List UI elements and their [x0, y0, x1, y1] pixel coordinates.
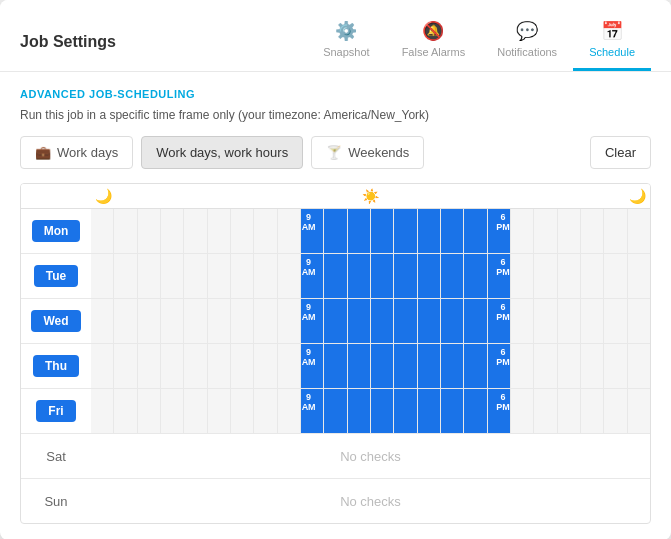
hour-cell-21[interactable] — [581, 389, 604, 433]
day-badge-tue[interactable]: Tue — [34, 265, 78, 287]
hour-cell-19[interactable] — [534, 254, 557, 298]
day-badge-thu[interactable]: Thu — [33, 355, 79, 377]
hour-cell-12[interactable] — [371, 254, 394, 298]
hour-cell-12[interactable] — [371, 344, 394, 388]
hour-cell-2[interactable] — [138, 299, 161, 343]
hour-cell-12[interactable] — [371, 209, 394, 253]
hour-cell-0[interactable] — [91, 209, 114, 253]
hour-cell-7[interactable] — [254, 389, 277, 433]
day-badge-mon[interactable]: Mon — [32, 220, 81, 242]
hour-cell-18[interactable] — [511, 389, 534, 433]
hour-cell-5[interactable] — [208, 209, 231, 253]
tab-snapshot[interactable]: ⚙️ Snapshot — [307, 12, 385, 71]
hour-cell-14[interactable] — [418, 389, 441, 433]
hour-cell-6[interactable] — [231, 254, 254, 298]
hour-cell-5[interactable] — [208, 344, 231, 388]
hour-cell-4[interactable] — [184, 299, 207, 343]
hour-cell-3[interactable] — [161, 254, 184, 298]
hour-cell-3[interactable] — [161, 389, 184, 433]
hour-cell-7[interactable] — [254, 299, 277, 343]
hour-cell-2[interactable] — [138, 209, 161, 253]
hour-cell-5[interactable] — [208, 254, 231, 298]
hour-cell-10[interactable] — [324, 299, 347, 343]
hour-cell-23[interactable] — [628, 209, 650, 253]
hour-cell-1[interactable] — [114, 299, 137, 343]
hour-cell-18[interactable] — [511, 209, 534, 253]
hour-cell-15[interactable] — [441, 299, 464, 343]
hour-cell-11[interactable] — [348, 254, 371, 298]
hour-cell-5[interactable] — [208, 299, 231, 343]
day-badge-wed[interactable]: Wed — [31, 310, 80, 332]
hour-cell-23[interactable] — [628, 344, 650, 388]
hour-cell-16[interactable] — [464, 389, 487, 433]
hour-cell-15[interactable] — [441, 389, 464, 433]
hour-cell-6[interactable] — [231, 209, 254, 253]
hour-cell-22[interactable] — [604, 299, 627, 343]
time-grid[interactable]: 9AM6PM — [91, 344, 650, 388]
time-grid[interactable]: 9AM6PM — [91, 209, 650, 253]
hour-cell-16[interactable] — [464, 299, 487, 343]
hour-cell-23[interactable] — [628, 299, 650, 343]
hour-cell-18[interactable] — [511, 299, 534, 343]
hour-cell-16[interactable] — [464, 344, 487, 388]
hour-cell-21[interactable] — [581, 344, 604, 388]
hour-cell-3[interactable] — [161, 299, 184, 343]
hour-cell-1[interactable] — [114, 389, 137, 433]
hour-cell-3[interactable] — [161, 344, 184, 388]
day-badge-fri[interactable]: Fri — [36, 400, 75, 422]
hour-cell-11[interactable] — [348, 209, 371, 253]
hour-cell-4[interactable] — [184, 209, 207, 253]
hour-cell-13[interactable] — [394, 209, 417, 253]
hour-cell-1[interactable] — [114, 344, 137, 388]
hour-cell-21[interactable] — [581, 299, 604, 343]
hour-cell-20[interactable] — [558, 344, 581, 388]
hour-cell-7[interactable] — [254, 254, 277, 298]
hour-cell-8[interactable] — [278, 254, 301, 298]
hour-cell-14[interactable] — [418, 209, 441, 253]
hour-cell-14[interactable] — [418, 254, 441, 298]
hour-cell-12[interactable] — [371, 299, 394, 343]
hour-cell-0[interactable] — [91, 344, 114, 388]
tab-notifications[interactable]: 💬 Notifications — [481, 12, 573, 71]
hour-cell-7[interactable] — [254, 209, 277, 253]
hour-cell-2[interactable] — [138, 344, 161, 388]
hour-cell-4[interactable] — [184, 254, 207, 298]
hour-cell-10[interactable] — [324, 209, 347, 253]
hour-cell-11[interactable] — [348, 344, 371, 388]
hour-cell-19[interactable] — [534, 389, 557, 433]
hour-cell-19[interactable] — [534, 209, 557, 253]
hour-cell-22[interactable] — [604, 209, 627, 253]
hour-cell-14[interactable] — [418, 299, 441, 343]
clear-button[interactable]: Clear — [590, 136, 651, 169]
hour-cell-8[interactable] — [278, 344, 301, 388]
tab-false-alarms[interactable]: 🔕 False Alarms — [386, 12, 482, 71]
hour-cell-8[interactable] — [278, 299, 301, 343]
hour-cell-8[interactable] — [278, 209, 301, 253]
hour-cell-13[interactable] — [394, 389, 417, 433]
hour-cell-19[interactable] — [534, 344, 557, 388]
hour-cell-20[interactable] — [558, 389, 581, 433]
hour-cell-1[interactable] — [114, 209, 137, 253]
hour-cell-15[interactable] — [441, 254, 464, 298]
hour-cell-21[interactable] — [581, 254, 604, 298]
hour-cell-10[interactable] — [324, 254, 347, 298]
hour-cell-6[interactable] — [231, 299, 254, 343]
hour-cell-19[interactable] — [534, 299, 557, 343]
hour-cell-15[interactable] — [441, 344, 464, 388]
hour-cell-22[interactable] — [604, 254, 627, 298]
hour-cell-2[interactable] — [138, 389, 161, 433]
hour-cell-0[interactable] — [91, 389, 114, 433]
hour-cell-13[interactable] — [394, 344, 417, 388]
hour-cell-22[interactable] — [604, 389, 627, 433]
hour-cell-13[interactable] — [394, 254, 417, 298]
hour-cell-0[interactable] — [91, 299, 114, 343]
time-grid[interactable]: 9AM6PM — [91, 299, 650, 343]
hour-cell-3[interactable] — [161, 209, 184, 253]
hour-cell-20[interactable] — [558, 299, 581, 343]
hour-cell-14[interactable] — [418, 344, 441, 388]
hour-cell-18[interactable] — [511, 344, 534, 388]
hour-cell-13[interactable] — [394, 299, 417, 343]
hour-cell-0[interactable] — [91, 254, 114, 298]
hour-cell-21[interactable] — [581, 209, 604, 253]
hour-cell-5[interactable] — [208, 389, 231, 433]
